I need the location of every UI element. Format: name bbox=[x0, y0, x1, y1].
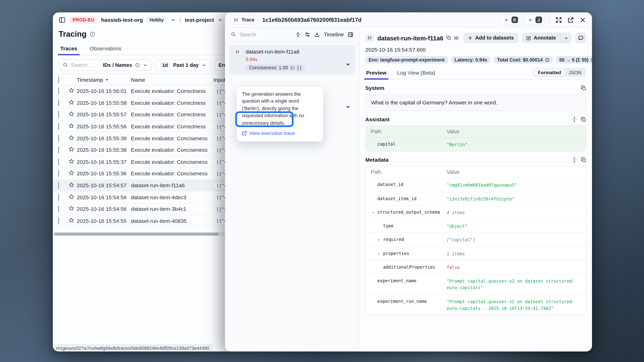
copy-icon[interactable] bbox=[581, 157, 586, 163]
next-trace-button[interactable]: J bbox=[524, 15, 545, 25]
id-label[interactable]: ID bbox=[454, 35, 459, 40]
expand-icon[interactable] bbox=[554, 15, 563, 24]
metadata-row[interactable]: ›structured_output_schema 4 items bbox=[366, 205, 586, 219]
row-checkbox[interactable] bbox=[58, 135, 59, 142]
close-icon[interactable] bbox=[578, 15, 587, 24]
star-icon[interactable] bbox=[68, 170, 74, 176]
search-mode-chevron-icon[interactable] bbox=[143, 62, 148, 67]
row-chevron-icon[interactable]: › bbox=[371, 210, 376, 215]
unfold-vertical-icon[interactable] bbox=[572, 157, 577, 163]
metadata-section-header: Metadata bbox=[365, 157, 586, 163]
info-icon[interactable] bbox=[90, 31, 95, 37]
col-value: Value bbox=[447, 169, 460, 175]
range-chevron-icon bbox=[202, 62, 206, 67]
star-icon[interactable] bbox=[68, 147, 74, 152]
unfold-vertical-icon[interactable] bbox=[572, 117, 577, 122]
observation-detail-panel: dataset-run-item-f11a6 ID Add to dataset… bbox=[359, 28, 592, 352]
search-mode-info-icon[interactable] bbox=[135, 62, 140, 67]
comments-button[interactable] bbox=[575, 33, 586, 43]
search-input[interactable]: Search... IDs / Names bbox=[58, 59, 152, 70]
copy-icon[interactable] bbox=[581, 117, 586, 122]
collapse-panel-icon[interactable] bbox=[348, 31, 354, 37]
row-chevron-icon[interactable]: › bbox=[376, 251, 382, 256]
star-icon[interactable] bbox=[68, 205, 74, 211]
tab-observations[interactable]: Observations bbox=[89, 43, 122, 55]
tree-search-placeholder[interactable]: Search bbox=[240, 31, 256, 37]
collapse-all-icon[interactable] bbox=[296, 31, 301, 37]
star-icon[interactable] bbox=[68, 217, 74, 223]
project-name[interactable]: test-project bbox=[185, 17, 214, 23]
metadata-row[interactable]: ›dataset_item_id "i3nz7e9jfjv9z58r4fh2zp… bbox=[366, 192, 586, 205]
tree-item-selected[interactable]: dataset-run-item-f11a6 0.94s Conciseness… bbox=[229, 45, 355, 74]
add-to-datasets-button[interactable]: Add to datasets bbox=[463, 33, 518, 43]
tree-item-name: dataset-run-item-f11a6 bbox=[246, 49, 300, 55]
tree-item2-collapse-icon[interactable] bbox=[345, 104, 351, 110]
metadata-row[interactable]: ›experiment_run_name "Prompt capital-gue… bbox=[366, 295, 586, 315]
star-icon[interactable] bbox=[68, 88, 74, 93]
star-icon[interactable] bbox=[68, 99, 74, 105]
shortcut-key-k: K bbox=[512, 16, 518, 23]
date-range-filter[interactable]: 1d Past 1 day bbox=[156, 59, 210, 70]
row-checkbox[interactable] bbox=[58, 217, 59, 224]
star-icon[interactable] bbox=[68, 182, 74, 188]
search-mode-label[interactable]: IDs / Names bbox=[103, 62, 132, 68]
column-header-timestamp[interactable]: Timestamp bbox=[77, 74, 131, 85]
row-timestamp: 2025-10-16 15:54:55 bbox=[77, 215, 131, 227]
copy-id-icon[interactable] bbox=[446, 35, 451, 40]
row-checkbox[interactable] bbox=[58, 147, 59, 154]
annotate-dropdown-chevron-icon[interactable] bbox=[560, 36, 572, 40]
row-checkbox[interactable] bbox=[58, 205, 59, 213]
trace-type-pill: Trace bbox=[230, 15, 258, 24]
star-icon[interactable] bbox=[68, 158, 74, 164]
tab-log-view[interactable]: Log View (Beta) bbox=[396, 68, 436, 79]
metadata-row[interactable]: ›required ["capital"] bbox=[366, 233, 586, 246]
select-all-checkbox[interactable] bbox=[58, 76, 59, 83]
info-icon bbox=[545, 58, 550, 62]
timeline-toggle[interactable]: Timeline bbox=[324, 31, 344, 37]
prev-trace-button[interactable]: K bbox=[500, 15, 522, 25]
score-badge[interactable]: Conciseness: 1.00 {} bbox=[246, 64, 305, 71]
download-icon[interactable] bbox=[314, 31, 320, 37]
sidebar-toggle-icon[interactable] bbox=[58, 16, 66, 23]
star-icon[interactable] bbox=[68, 123, 74, 129]
row-checkbox[interactable] bbox=[58, 99, 59, 106]
metadata-row[interactable]: ›type "object" bbox=[366, 219, 586, 233]
trace-id[interactable]: 1c1e6b260b693a6760200f831eabf17d bbox=[262, 17, 362, 23]
tree-item-collapse-icon[interactable] bbox=[345, 61, 351, 67]
kv-path-text: type bbox=[383, 223, 394, 228]
tree-settings-icon[interactable] bbox=[305, 31, 311, 37]
horizontal-scrollbar[interactable] bbox=[53, 232, 225, 236]
metadata-row[interactable]: ›properties 1 items bbox=[366, 247, 586, 260]
row-checkbox[interactable] bbox=[58, 194, 59, 201]
row-checkbox[interactable] bbox=[58, 88, 59, 95]
trace-type-label: Trace bbox=[242, 17, 254, 23]
annotate-button[interactable]: Annotate bbox=[522, 33, 572, 43]
row-checkbox[interactable] bbox=[58, 182, 59, 189]
open-external-icon[interactable] bbox=[566, 15, 575, 24]
format-json[interactable]: JSON bbox=[565, 69, 585, 76]
metadata-row[interactable]: ›dataset_id "cmg81vm6m001bad07gpuoapu5" bbox=[366, 178, 586, 192]
row-checkbox[interactable] bbox=[58, 123, 59, 130]
star-icon[interactable] bbox=[68, 111, 74, 117]
project-chevron-down-icon[interactable] bbox=[218, 17, 223, 22]
scrollbar-thumb[interactable] bbox=[54, 233, 219, 235]
tab-traces[interactable]: Traces bbox=[60, 43, 78, 55]
metadata-row[interactable]: ›experiment_name "Prompt capital-guesser… bbox=[366, 274, 586, 294]
copy-icon[interactable] bbox=[581, 85, 586, 91]
row-checkbox[interactable] bbox=[58, 158, 59, 165]
star-icon[interactable] bbox=[68, 194, 74, 200]
org-name[interactable]: hassieb-test-org bbox=[101, 17, 143, 23]
org-chevron-down-icon[interactable] bbox=[170, 17, 176, 22]
format-formatted[interactable]: Formatted bbox=[534, 69, 565, 76]
row-checkbox[interactable] bbox=[58, 170, 59, 177]
column-header-name[interactable]: Name bbox=[131, 74, 214, 85]
metadata-row[interactable]: ›additionalProperties false bbox=[366, 260, 586, 274]
tab-preview[interactable]: Preview bbox=[365, 68, 387, 79]
assistant-row[interactable]: ›capital "Berlin" bbox=[366, 137, 586, 151]
row-chevron-icon[interactable]: › bbox=[376, 237, 382, 242]
star-icon[interactable] bbox=[68, 135, 74, 141]
env-badge: Env: langfuse-prompt-experiment bbox=[365, 56, 448, 63]
row-checkbox[interactable] bbox=[58, 111, 59, 118]
view-execution-trace-link[interactable]: View execution trace bbox=[242, 130, 318, 136]
detail-tabs: Preview Log View (Beta) Formatted JSON bbox=[365, 68, 586, 80]
